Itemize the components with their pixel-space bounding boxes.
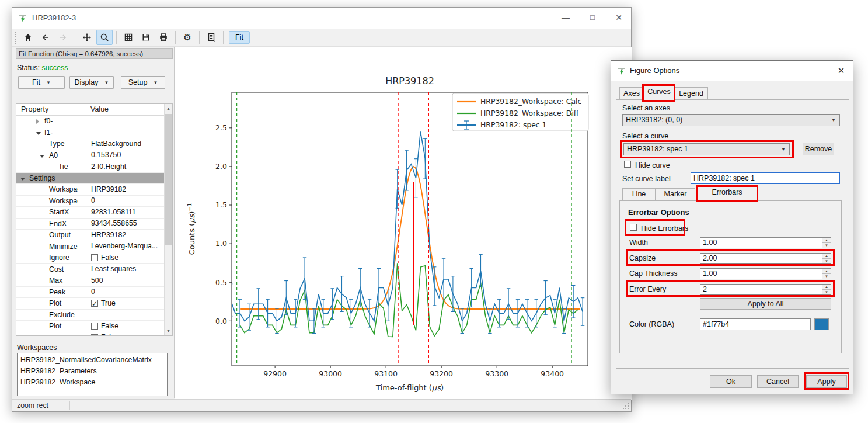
table-row[interactable]: Max Iteratio...500 — [16, 275, 164, 287]
save-icon — [141, 33, 151, 42]
tab-curves[interactable]: Curves — [644, 85, 674, 100]
resize-grip[interactable] — [628, 408, 629, 409]
fit-dropdown-button[interactable]: Fit▼ — [18, 76, 65, 89]
table-scrollbar[interactable]: ▲ ▼ — [164, 104, 172, 335]
grid-button[interactable] — [120, 30, 137, 45]
hide-errorbars-checkbox[interactable] — [630, 224, 637, 231]
curve-label-input[interactable]: HRP39182: spec 1 — [691, 172, 840, 184]
value-column-header: Value — [90, 105, 109, 113]
table-row[interactable]: Workspace ...0 — [16, 196, 164, 207]
value-checkbox[interactable] — [91, 334, 98, 336]
tab-axes[interactable]: Axes — [619, 87, 644, 100]
axes-combobox[interactable]: HRP39182: (0, 0)▼ — [622, 114, 840, 126]
capsize-spinbox[interactable]: 2.00▲▼ — [700, 253, 831, 264]
spin-up-icon[interactable]: ▲ — [822, 254, 831, 259]
table-row[interactable]: WorkspaceHRP39182 — [16, 184, 164, 196]
forward-button[interactable] — [55, 30, 71, 45]
table-row[interactable]: Tie2-f0.Height — [16, 161, 164, 173]
table-row[interactable]: Ignore inval...False — [16, 252, 164, 264]
workspace-list-item[interactable]: HRP39182_Parameters — [18, 366, 167, 377]
curve-combobox[interactable]: HRP39182: spec 1▼ — [623, 143, 790, 155]
table-row[interactable]: Convolve C...False — [16, 332, 164, 337]
width-spinbox[interactable]: 1.00▲▼ — [700, 237, 831, 248]
spin-up-icon[interactable]: ▲ — [822, 285, 831, 290]
plot-canvas[interactable]: HRP391829290093000931009320093300934000.… — [175, 47, 632, 400]
tab-legend[interactable]: Legend — [674, 87, 708, 100]
scrollbar-thumb[interactable] — [165, 114, 172, 245]
svg-text:0.5: 0.5 — [215, 278, 227, 287]
spin-down-icon[interactable]: ▼ — [822, 290, 831, 294]
value-checkbox[interactable] — [91, 254, 98, 261]
table-row[interactable]: TypeFlatBackground — [16, 138, 164, 150]
chevron-down-icon: ▼ — [46, 80, 51, 85]
zoom-button[interactable] — [96, 30, 113, 45]
pan-button[interactable] — [79, 30, 95, 45]
print-icon — [159, 33, 168, 42]
home-button[interactable] — [20, 30, 36, 45]
scroll-up-icon[interactable]: ▲ — [165, 104, 172, 113]
toolbar-grip[interactable] — [14, 31, 17, 44]
table-row[interactable]: OutputHRP39182 — [16, 230, 164, 241]
svg-text:93100: 93100 — [374, 369, 398, 378]
table-row[interactable]: StartX92831.058111 — [16, 207, 164, 219]
errorbars-tab-pane: Errorbar Options Hide Errorbars Width1.0… — [619, 200, 842, 353]
back-button[interactable] — [37, 30, 54, 45]
apply-to-all-button[interactable]: Apply to All — [700, 298, 831, 310]
script-button[interactable] — [203, 30, 219, 45]
value-checkbox[interactable] — [91, 300, 98, 307]
fit-dock-header[interactable]: Fit Function (Chi-sq = 0.647926, success… — [16, 48, 173, 59]
cancel-button[interactable]: Cancel — [757, 375, 799, 388]
plot-figure[interactable]: HRP391829290093000931009320093300934000.… — [175, 47, 632, 400]
workspace-list-item[interactable]: HRP39182_Workspace — [18, 377, 167, 388]
spin-up-icon[interactable]: ▲ — [822, 269, 831, 274]
workspace-list-item[interactable]: HRP39182_NormalisedCovarianceMatrix — [18, 355, 167, 366]
setup-dropdown-button[interactable]: Setup▼ — [121, 76, 165, 89]
subtab-marker[interactable]: Marker — [656, 188, 695, 200]
table-row[interactable]: MinimizerLevenberg-Marqua... — [16, 241, 164, 253]
ok-button[interactable]: Ok — [710, 375, 752, 388]
print-button[interactable] — [155, 30, 172, 45]
table-row[interactable]: Plot Differe...True — [16, 298, 164, 310]
svg-text:⚙: ⚙ — [183, 33, 191, 42]
cap-thickness-spinbox[interactable]: 1.00▲▼ — [700, 268, 831, 279]
apply-button[interactable]: Apply — [806, 375, 847, 388]
spin-down-icon[interactable]: ▼ — [822, 259, 831, 263]
error-every-spinbox[interactable]: 2▲▼ — [700, 284, 831, 295]
table-row[interactable]: Settings — [16, 173, 164, 185]
close-button[interactable]: ✕ — [605, 8, 632, 29]
window-title: HRP39182-3 — [32, 13, 76, 22]
fit-toggle-button[interactable]: Fit — [229, 31, 250, 44]
display-dropdown-button[interactable]: Display▼ — [69, 76, 114, 89]
width-label: Width — [629, 238, 648, 247]
toolbar-separator — [116, 31, 117, 44]
color-swatch-button[interactable] — [814, 318, 829, 330]
spin-up-icon[interactable]: ▲ — [822, 238, 831, 243]
dialog-close-icon[interactable]: ✕ — [833, 63, 849, 78]
remove-curve-button[interactable]: Remove — [803, 143, 834, 155]
table-row[interactable]: A00.153750 — [16, 150, 164, 162]
maximize-button[interactable]: □ — [579, 8, 606, 29]
legend[interactable]: HRP39182_Workspace: CalcHRP39182_Workspa… — [452, 93, 588, 131]
subtab-line[interactable]: Line — [622, 188, 656, 200]
table-row[interactable]: Peak Radius0 — [16, 287, 164, 299]
table-row[interactable]: f1-FlatBackground — [16, 127, 164, 139]
x-axis: 929009300093100932009330093400 — [263, 366, 564, 378]
svg-text:HRP39182: spec 1: HRP39182: spec 1 — [480, 120, 547, 129]
toolbar-separator — [199, 31, 200, 44]
table-row[interactable]: Cost functionLeast squares — [16, 264, 164, 276]
table-row[interactable]: Exclude Ra... — [16, 310, 164, 321]
hide-errorbars-label: Hide Errorbars — [641, 224, 688, 233]
hide-curve-checkbox[interactable] — [624, 161, 631, 168]
minimize-button[interactable]: — — [552, 8, 579, 29]
table-row[interactable]: f0-Gaussian — [16, 116, 164, 127]
save-button[interactable] — [138, 30, 154, 45]
customize-button[interactable]: ⚙ — [179, 30, 196, 45]
table-row[interactable]: EndX93434.558655 — [16, 219, 164, 230]
spin-down-icon[interactable]: ▼ — [822, 243, 831, 248]
scroll-down-icon[interactable]: ▼ — [165, 327, 172, 335]
color-value-input[interactable]: #1f77b4 — [700, 318, 811, 330]
subtab-errorbars[interactable]: Errorbars — [699, 186, 755, 201]
table-row[interactable]: Plot Comp...False — [16, 321, 164, 332]
value-checkbox[interactable] — [91, 323, 98, 330]
spin-down-icon[interactable]: ▼ — [822, 274, 831, 279]
